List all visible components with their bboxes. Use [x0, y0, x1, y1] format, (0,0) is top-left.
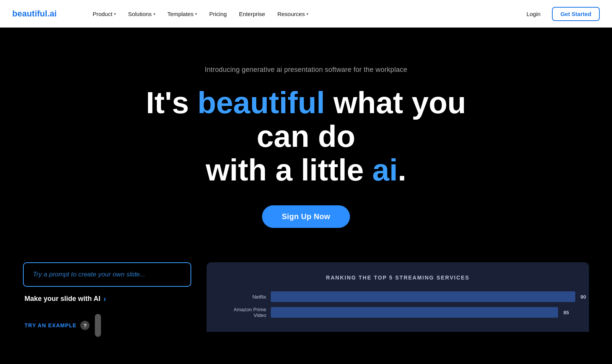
- chart-row-netflix: Netflix 90: [220, 291, 575, 302]
- nav-item-solutions[interactable]: Solutions ▾: [123, 8, 161, 20]
- prompt-input-wrapper: [23, 262, 191, 287]
- chart-panel: RANKING THE TOP 5 STREAMING SERVICES Net…: [207, 262, 589, 332]
- logo-ai: ai: [50, 9, 57, 18]
- nav-label-templates: Templates: [168, 11, 194, 17]
- headline-part1: It's: [146, 86, 198, 120]
- try-example-row: TRY AN EXAMPLE ?: [23, 314, 191, 337]
- logo[interactable]: beautiful.ai: [12, 9, 72, 19]
- try-example-button[interactable]: TRY AN EXAMPLE: [24, 322, 76, 328]
- login-button[interactable]: Login: [521, 8, 546, 20]
- logo-text: beautiful: [12, 9, 47, 18]
- nav-label-enterprise: Enterprise: [239, 11, 265, 17]
- chart-value-amazon: 85: [563, 310, 569, 315]
- hero-section: Introducing generative ai presentation s…: [0, 28, 612, 258]
- chart-value-netflix: 90: [581, 294, 586, 300]
- nav-item-product[interactable]: Product ▾: [87, 8, 121, 20]
- chart-bar-container-amazon: 85: [271, 307, 575, 318]
- prompt-input[interactable]: [33, 271, 181, 278]
- headline-blue1: beautiful: [197, 86, 325, 120]
- chevron-down-icon: ▾: [153, 12, 155, 16]
- chevron-down-icon: ▾: [195, 12, 197, 16]
- scroll-handle[interactable]: [95, 314, 101, 337]
- chart-label-amazon: Amazon Prime Video: [220, 307, 266, 318]
- nav-item-pricing[interactable]: Pricing: [204, 8, 232, 20]
- nav-right: Login Get Started: [521, 7, 600, 21]
- hero-headline: It's beautiful what you can do with a li…: [134, 86, 478, 187]
- chart-title: RANKING THE TOP 5 STREAMING SERVICES: [220, 275, 575, 281]
- logo-dot: .: [47, 9, 50, 18]
- nav-item-enterprise[interactable]: Enterprise: [234, 8, 270, 20]
- nav-label-product: Product: [93, 11, 112, 17]
- help-icon[interactable]: ?: [80, 321, 90, 330]
- chevron-down-icon: ▾: [114, 12, 116, 16]
- make-slide-row: Make your slide with AI ›: [23, 294, 191, 303]
- chart-row-amazon: Amazon Prime Video 85: [220, 307, 575, 318]
- navbar: beautiful.ai Product ▾ Solutions ▾ Templ…: [0, 0, 612, 28]
- get-started-button[interactable]: Get Started: [552, 7, 600, 21]
- signup-button[interactable]: Sign Up Now: [262, 205, 350, 228]
- nav-label-solutions: Solutions: [128, 11, 152, 17]
- headline-part4: .: [398, 153, 406, 187]
- nav-links: Product ▾ Solutions ▾ Templates ▾ Pricin…: [87, 8, 521, 20]
- nav-label-pricing: Pricing: [209, 11, 227, 17]
- bottom-section: Make your slide with AI › TRY AN EXAMPLE…: [0, 258, 612, 337]
- chart-bar-amazon: 85: [271, 307, 558, 318]
- make-slide-label: Make your slide with AI: [24, 295, 100, 303]
- left-panel: Make your slide with AI › TRY AN EXAMPLE…: [23, 262, 207, 337]
- chart-label-netflix: Netflix: [220, 294, 266, 300]
- headline-blue2: ai: [372, 153, 398, 187]
- nav-item-templates[interactable]: Templates ▾: [162, 8, 202, 20]
- nav-item-resources[interactable]: Resources ▾: [272, 8, 314, 20]
- make-slide-arrow-icon: ›: [103, 294, 106, 303]
- nav-label-resources: Resources: [277, 11, 305, 17]
- chart-bar-container-netflix: 90: [271, 291, 575, 302]
- hero-subtitle: Introducing generative ai presentation s…: [205, 66, 407, 74]
- chevron-down-icon: ▾: [306, 12, 308, 16]
- chart-bar-netflix: 90: [271, 291, 575, 302]
- headline-part3: with a little: [206, 153, 373, 187]
